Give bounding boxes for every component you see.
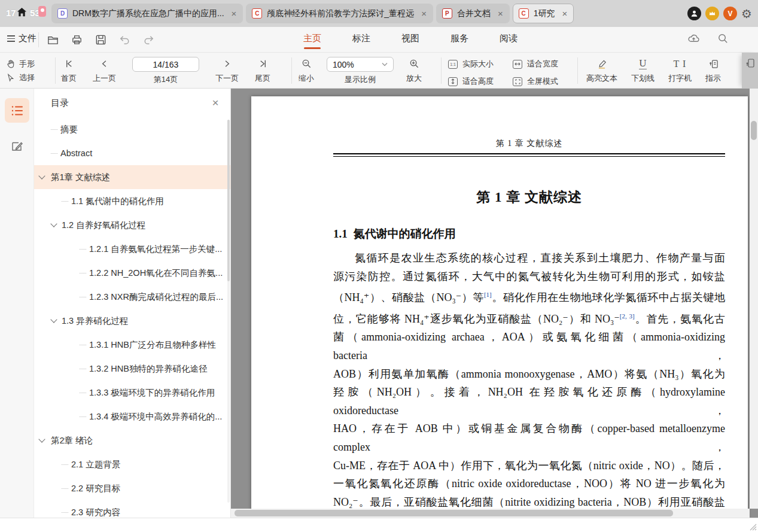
chevron-down-icon[interactable] xyxy=(39,437,44,442)
horizontal-scroll-thumb[interactable] xyxy=(235,510,673,516)
toc-item[interactable]: 1.3.2 HNB独特的异养硝化途径 xyxy=(34,357,230,381)
toc-item[interactable]: 1.3.4 极端环境中高效异养硝化的... xyxy=(34,405,230,428)
document-tab[interactable]: C1研究× xyxy=(513,4,574,23)
document-viewport[interactable]: 第 1 章 文献综述 第 1 章 文献综述 1.1氮代谢中的硝化作用 氮循环是农… xyxy=(231,89,758,518)
home-icon[interactable] xyxy=(16,7,28,20)
toc-item[interactable]: 2.3 研究内容 xyxy=(34,500,230,518)
tab-close-icon[interactable]: × xyxy=(421,8,427,19)
ribbon-tab[interactable]: 视图 xyxy=(401,32,420,49)
fit-height-button[interactable]: 适合高度 xyxy=(448,75,513,87)
ribbon-tab[interactable]: 主页 xyxy=(303,32,322,49)
account-avatar-icon[interactable] xyxy=(687,7,701,20)
resize-grip-icon[interactable] xyxy=(748,522,757,531)
typewriter-button[interactable]: T I 打字机 xyxy=(668,57,692,84)
toc-item-label: 1.2.3 NXR酶完成硝化过程的最后... xyxy=(89,291,223,303)
toc-item[interactable]: 第2章 绪论 xyxy=(34,428,230,452)
menu-bar: 文件 主页标注视图服务阅读 xyxy=(0,27,758,53)
ribbon-tab[interactable]: 标注 xyxy=(352,32,371,49)
toc-item[interactable]: 1.2 自养好氧硝化过程 xyxy=(34,213,230,237)
select-tool-button[interactable]: 选择 xyxy=(6,71,35,84)
toc-item[interactable]: 1.2.2 NH_2OH氧化在不同自养氨... xyxy=(34,261,230,285)
current-page-label: 第14页 xyxy=(154,74,178,85)
status-bar xyxy=(0,518,758,532)
sidebar-scrollbar[interactable] xyxy=(227,120,230,503)
underline-button[interactable]: U 下划线 xyxy=(631,57,655,84)
zoom-group: 缩小 100% 显示比例 放大 xyxy=(299,57,422,85)
toolbar-divider xyxy=(291,57,292,84)
toc-item[interactable]: 摘要 xyxy=(34,117,230,141)
toc-item[interactable]: Abstract xyxy=(34,141,230,165)
undo-icon[interactable] xyxy=(117,32,132,47)
document-tab[interactable]: C颅底神经外科前沿教学方法探讨_董程远× xyxy=(246,4,433,23)
toc-item-label: 第1章 文献综述 xyxy=(51,172,110,183)
save-icon[interactable] xyxy=(93,32,108,47)
fit-width-button[interactable]: 适合宽度 xyxy=(513,58,577,70)
member-badge-icon[interactable] xyxy=(705,7,719,20)
toolbar-divider xyxy=(441,57,442,84)
cloud-upload-icon[interactable] xyxy=(687,32,700,47)
toc-item[interactable]: 1.3 异养硝化过程 xyxy=(34,309,230,333)
page-number-input[interactable]: 14/163 xyxy=(132,57,199,72)
collapsed-panel-edge[interactable] xyxy=(742,53,758,89)
zoom-in-button[interactable]: 放大 xyxy=(406,57,422,85)
search-icon[interactable] xyxy=(717,32,729,47)
open-folder-icon[interactable] xyxy=(45,32,60,47)
doc-file-icon-blue: D xyxy=(57,8,68,19)
ribbon-tab[interactable]: 服务 xyxy=(450,32,469,49)
actual-size-button[interactable]: 1:1 实际大小 xyxy=(448,58,513,70)
typewriter-label: 打字机 xyxy=(668,73,692,84)
document-tab[interactable]: P合并文档× xyxy=(436,4,510,23)
toc-item[interactable]: 2.2 研究目标 xyxy=(34,476,230,500)
page-navigation-group: 首页 上一页 14/163 第14页 下一页 尾页 xyxy=(61,57,270,85)
vip-badge-icon[interactable]: V xyxy=(723,7,737,20)
next-page-button[interactable]: 下一页 xyxy=(215,57,239,84)
citation-link[interactable]: [2, 3] xyxy=(620,312,635,320)
running-head: 第 1 章 文献综述 xyxy=(333,96,725,149)
horizontal-scrollbar[interactable] xyxy=(231,509,750,518)
file-menu-button[interactable]: 文件 xyxy=(7,33,36,44)
sidebar-close-icon[interactable]: × xyxy=(209,96,222,110)
indicator-button[interactable]: 指示 xyxy=(705,57,721,84)
body-text-line: 氮循环是农业生态系统的核心过程，直接关系到土壤肥力、作物产量与面 xyxy=(333,249,725,267)
hand-tool-button[interactable]: 手形 xyxy=(6,57,35,71)
last-page-button[interactable]: 尾页 xyxy=(255,57,270,84)
fit-height-label: 适合高度 xyxy=(462,76,494,87)
chevron-down-icon[interactable] xyxy=(51,317,56,322)
pin-badge-icon[interactable] xyxy=(38,6,46,17)
tab-close-icon[interactable]: × xyxy=(498,8,503,19)
side-rail xyxy=(0,89,34,518)
annotation-panel-button[interactable] xyxy=(5,134,29,159)
header-rule xyxy=(333,153,725,157)
vertical-scrollbar[interactable] xyxy=(750,89,758,509)
highlight-text-button[interactable]: 高亮文本 xyxy=(586,57,617,84)
chevron-down-icon[interactable] xyxy=(51,221,56,226)
prev-page-button[interactable]: 上一页 xyxy=(93,57,116,84)
toc-item[interactable]: 1.1 氮代谢中的硝化作用 xyxy=(34,189,230,213)
redo-icon[interactable] xyxy=(141,32,156,47)
zoom-ratio-column: 100% 显示比例 xyxy=(327,57,394,85)
citation-link[interactable]: [1] xyxy=(484,291,492,298)
fullscreen-label: 全屏模式 xyxy=(527,76,558,87)
vertical-scroll-thumb[interactable] xyxy=(751,121,757,140)
settings-gear-icon[interactable]: ⚙ xyxy=(741,8,752,20)
zoom-ratio-select[interactable]: 100% xyxy=(327,57,394,72)
chevron-down-icon[interactable] xyxy=(39,174,44,178)
zoom-out-button[interactable]: 缩小 xyxy=(299,57,314,85)
fullscreen-button[interactable]: 全屏模式 xyxy=(513,75,577,87)
toc-item[interactable]: 1.3.3 极端环境下的异养硝化作用 xyxy=(34,381,230,405)
sidebar-scroll-thumb[interactable] xyxy=(227,120,230,281)
toc-item[interactable]: 1.3.1 HNB广泛分布且物种多样性 xyxy=(34,333,230,357)
toc-item[interactable]: 第1章 文献综述 xyxy=(34,165,230,189)
toc-item[interactable]: 1.2.1 自养氨氧化过程第一步关键... xyxy=(34,237,230,261)
ribbon-tab[interactable]: 阅读 xyxy=(499,32,518,49)
toc-item[interactable]: 1.2.3 NXR酶完成硝化过程的最后... xyxy=(34,285,230,309)
print-icon[interactable] xyxy=(69,32,84,47)
toc-item-label: 2.3 研究内容 xyxy=(71,507,120,518)
toc-item[interactable]: 2.1 立题背景 xyxy=(34,452,230,476)
document-tab[interactable]: DDRM数字广播系统在应急广播中的应用...× xyxy=(51,4,243,23)
toc-panel-button[interactable] xyxy=(5,98,29,123)
tab-close-icon[interactable]: × xyxy=(232,8,237,19)
fit-width-label: 适合宽度 xyxy=(527,59,558,69)
first-page-button[interactable]: 首页 xyxy=(61,57,77,84)
tab-close-icon[interactable]: × xyxy=(562,8,567,19)
